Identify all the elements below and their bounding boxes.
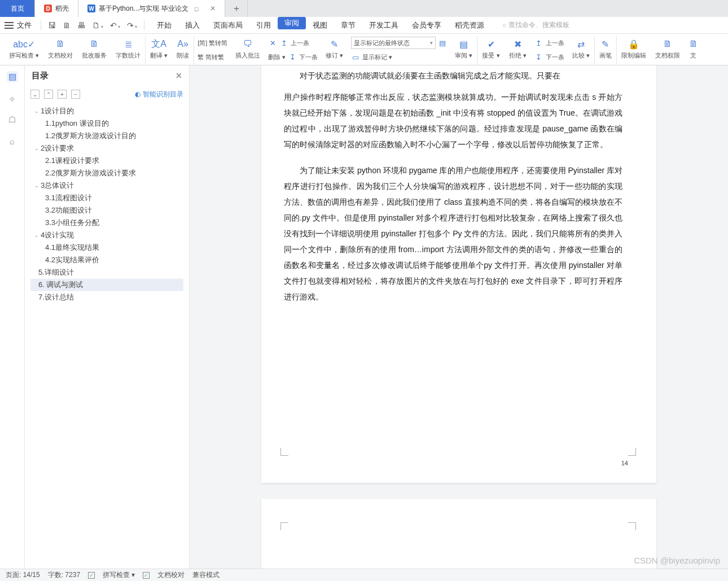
smart-toc[interactable]: 智能识别目录 bbox=[135, 90, 183, 99]
menu-tab-0[interactable]: 开始 bbox=[150, 17, 178, 34]
toc-item[interactable]: 1.2俄罗斯方块游戏设计目的 bbox=[30, 130, 183, 142]
toc-item-label: 2设计要求 bbox=[41, 143, 74, 153]
menu-tab-5[interactable]: 视图 bbox=[306, 17, 334, 34]
status-compat[interactable]: 兼容模式 bbox=[192, 570, 220, 580]
toc-item-label: 4.2实现结果评价 bbox=[45, 255, 99, 265]
check-icon: ✓ bbox=[143, 572, 150, 579]
tab-document[interactable]: W 基于Python...与实现 毕业论文 ◻ ✕ bbox=[78, 0, 225, 17]
show-markup[interactable]: 显示标记 ▾ bbox=[362, 53, 392, 61]
ribbon-trad-simp: [简] 繁转简繁 简转繁 bbox=[194, 36, 231, 65]
hamburger-icon[interactable] bbox=[5, 22, 14, 29]
toc-item[interactable]: 3.2功能图设计 bbox=[30, 204, 183, 217]
ribbon-btn-5[interactable]: A»朗读 bbox=[172, 36, 194, 65]
ribbon-btn-0[interactable]: abc✓拼写检查 ▾ bbox=[5, 36, 43, 65]
delete-icon: ✕ bbox=[268, 39, 277, 47]
tab-home[interactable]: 首页 bbox=[0, 0, 35, 17]
status-proof[interactable]: 文档校对 bbox=[157, 570, 185, 580]
rail-outline-icon[interactable]: ▤ bbox=[7, 71, 18, 82]
menu-tab-2[interactable]: 页面布局 bbox=[207, 17, 249, 34]
ribbon-review[interactable]: ▤审阅 ▾ bbox=[450, 36, 477, 65]
ribbon-btn-3[interactable]: ≣字数统计 bbox=[111, 36, 146, 65]
menu-tab-4[interactable]: 审阅 bbox=[278, 17, 306, 29]
to-traditional[interactable]: 繁 简转繁 bbox=[198, 50, 227, 64]
toc-item[interactable]: ⌄2设计要求 bbox=[30, 142, 183, 155]
ribbon-btn-4[interactable]: 文A翻译 ▾ bbox=[146, 36, 172, 65]
rail-nav-icon[interactable]: ⟐ bbox=[7, 93, 18, 104]
qa-undo-icon[interactable]: ↶ bbox=[107, 21, 124, 30]
toc-item[interactable]: 5.详细设计 bbox=[30, 266, 183, 279]
toc-item[interactable]: 3.3小组任务分配 bbox=[30, 217, 183, 229]
toc-item[interactable]: 3.1流程图设计 bbox=[30, 192, 183, 204]
ribbon-reject[interactable]: ✖拒绝 ▾ bbox=[505, 36, 531, 65]
qa-redo-icon[interactable]: ↷ bbox=[124, 21, 141, 30]
delete-button[interactable]: 删除 ▾ bbox=[268, 53, 286, 61]
toc-item[interactable]: 2.2俄罗斯方块游戏设计要求 bbox=[30, 167, 183, 179]
doc-p1a: 对于状态监测的功能调试就必须要在主函数编辑完成之后才能实现。只要在 bbox=[300, 71, 560, 80]
next-icon: ↧ bbox=[288, 53, 297, 61]
ribbon-btn-2[interactable]: 🗎批改服务 bbox=[77, 36, 111, 65]
menu-file[interactable]: 文件 bbox=[17, 20, 32, 30]
to-simplified[interactable]: [简] 繁转简 bbox=[198, 36, 227, 50]
toc-item-label: 6. 调试与测试 bbox=[38, 280, 83, 290]
toc-item[interactable]: 7.设计总结 bbox=[30, 291, 183, 303]
reject-icon: ✖ bbox=[514, 36, 521, 52]
toc-item-label: 3.1流程图设计 bbox=[45, 193, 92, 203]
qa-saveas-icon[interactable]: 🗎 bbox=[59, 21, 74, 30]
toc-item[interactable]: 2.1课程设计要求 bbox=[30, 155, 183, 167]
display-markup-combo[interactable]: 显示标记的最终状态 bbox=[351, 37, 436, 49]
menu-tab-3[interactable]: 引用 bbox=[249, 17, 278, 34]
ribbon-pen[interactable]: ✎画笔 bbox=[595, 36, 617, 65]
toc-item[interactable]: 6. 调试与测试 bbox=[30, 279, 183, 291]
ribbon-btn-1[interactable]: 🗎文档校对 bbox=[43, 36, 77, 65]
toc-item[interactable]: 4.2实现结果评价 bbox=[30, 254, 183, 266]
tab-new[interactable]: ＋ bbox=[225, 0, 248, 17]
prev-comment[interactable]: 上一条 bbox=[291, 39, 309, 47]
toc-expand-icon[interactable]: ⌃ bbox=[44, 90, 53, 99]
toc-collapse-icon[interactable]: ⌄ bbox=[30, 90, 40, 99]
toc-item-label: 5.详细设计 bbox=[38, 267, 74, 278]
popup-icon[interactable]: ◻ bbox=[194, 6, 199, 12]
status-words[interactable]: 字数: 7237 bbox=[48, 570, 80, 580]
toc-remove-icon[interactable]: − bbox=[71, 90, 80, 99]
status-spell[interactable]: 拼写检查 ▾ bbox=[103, 570, 135, 580]
qa-preview-icon[interactable]: 🗋 bbox=[89, 21, 107, 30]
toc-item[interactable]: ⌄4设计实现 bbox=[30, 229, 183, 241]
toc-add-icon[interactable]: + bbox=[58, 90, 67, 99]
ribbon-compare[interactable]: ⇄比较 ▾ bbox=[568, 36, 595, 65]
ribbon-restrict[interactable]: 🔒限制编辑 bbox=[617, 36, 651, 65]
close-icon[interactable]: ✕ bbox=[210, 5, 216, 12]
toc-item[interactable]: ⌄1设计目的 bbox=[30, 105, 183, 117]
next-comment[interactable]: 下一条 bbox=[299, 53, 318, 61]
close-icon[interactable]: ✕ bbox=[176, 71, 182, 80]
menu-tab-7[interactable]: 开发工具 bbox=[362, 17, 405, 34]
ribbon-btn-7[interactable]: 🗨插入批注 bbox=[231, 36, 265, 65]
tab-docker[interactable]: D 稻壳 bbox=[35, 0, 78, 17]
ribbon-more[interactable]: 🗎文 bbox=[685, 36, 703, 65]
reviewers-icon[interactable]: ▤ bbox=[438, 39, 447, 47]
menu-tab-6[interactable]: 章节 bbox=[334, 17, 362, 34]
ribbon-perm[interactable]: 🗎文档权限 bbox=[651, 36, 685, 65]
toc-item-label: 7.设计总结 bbox=[38, 292, 74, 302]
rail-bookmark-icon[interactable]: ☖ bbox=[7, 114, 18, 125]
ribbon-revise[interactable]: ✎修订 ▾ bbox=[321, 36, 348, 65]
ribbon-accept[interactable]: ✔接受 ▾ bbox=[477, 36, 504, 65]
menu-tab-9[interactable]: 稻壳资源 bbox=[448, 17, 491, 34]
toc-item[interactable]: 1.1python 课设目的 bbox=[30, 117, 183, 130]
toc-item-label: 4.1最终实现结果 bbox=[45, 243, 99, 253]
toc-item[interactable]: ⌄3总体设计 bbox=[30, 179, 183, 192]
prev-change[interactable]: 上一条 bbox=[546, 39, 564, 47]
ribbon-icon: A» bbox=[177, 36, 188, 52]
search-placeholder: 查找命令、搜索模板 bbox=[508, 20, 569, 30]
next-change[interactable]: 下一条 bbox=[546, 53, 564, 61]
command-search[interactable]: 查找命令、搜索模板 bbox=[502, 20, 569, 30]
qa-save-icon[interactable]: 🖫 bbox=[45, 21, 59, 30]
page-number: 14 bbox=[621, 457, 628, 469]
rail-search-icon[interactable]: ⌕ bbox=[7, 135, 18, 147]
watermark: CSDN @biyezuopinvip bbox=[634, 556, 720, 565]
document-area[interactable]: 对于状态监测的功能调试就必须要在主函数编辑完成之后才能实现。只要在 用户操作时程… bbox=[190, 65, 728, 569]
toc-item[interactable]: 4.1最终实现结果 bbox=[30, 241, 183, 254]
menu-tab-8[interactable]: 会员专享 bbox=[405, 17, 448, 34]
status-page[interactable]: 页面: 14/15 bbox=[6, 570, 40, 580]
menu-tab-1[interactable]: 插入 bbox=[178, 17, 207, 34]
qa-print-icon[interactable]: 🖶 bbox=[74, 21, 89, 30]
